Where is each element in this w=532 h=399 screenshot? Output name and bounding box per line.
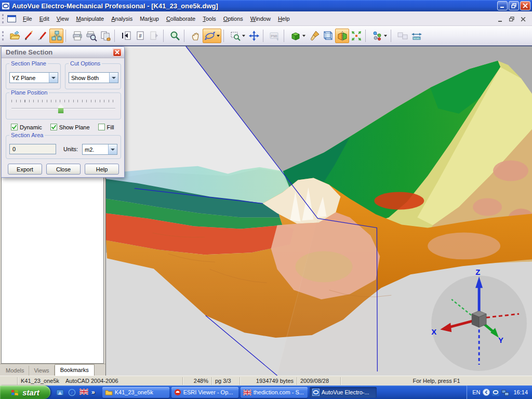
dropdown-arrow-icon[interactable] [217,35,220,37]
fit-all-button[interactable] [247,29,261,43]
toolbar-separator [114,30,118,42]
section-plane-select[interactable]: YZ Plane [9,72,58,83]
mdi-minimize-button[interactable] [497,16,504,22]
page-goto-button[interactable]: # [133,29,147,43]
checkbox-show-plane[interactable]: Show Plane [50,124,90,130]
restore-button[interactable] [509,1,519,10]
mdi-minimize-icon [498,17,503,22]
menu-file[interactable]: File [19,14,36,23]
render-mode-button[interactable] [288,29,307,43]
section-area-field[interactable]: 0 [9,144,56,154]
print-preview-button[interactable] [84,29,98,43]
open-folder-button[interactable] [7,29,21,43]
menu-markup[interactable]: Markup [136,14,163,23]
menu-items: FileEditViewManipulateAnalysisMarkupColl… [19,14,294,23]
menu-manipulate[interactable]: Manipulate [72,14,108,23]
toolbar-grip[interactable] [2,31,5,41]
uk-flag-icon[interactable] [79,389,88,396]
section-button[interactable] [335,29,349,43]
checkbox-dynamic[interactable]: Dynamic [11,124,42,130]
rotate-button[interactable] [203,29,221,43]
taskbar-button-k41-23-one5k[interactable]: K41_23_one5k [102,387,169,398]
pan-button[interactable] [189,29,203,43]
network-icon[interactable] [501,389,509,396]
zoom-button[interactable] [168,29,182,43]
export-button[interactable]: Export [8,164,42,175]
help-button[interactable]: Help [85,164,119,175]
taskbar-button-thediction-com-s[interactable]: thediction.com - S... [241,387,308,398]
dropdown-arrow-icon[interactable] [384,35,387,37]
chevron-down-icon[interactable] [108,144,117,154]
units-select[interactable]: m2. [82,144,117,155]
zoom-window-button[interactable] [228,29,247,43]
start-button[interactable]: start [0,385,50,399]
cut-options-label: Cut Options [69,60,102,66]
checked-checkbox-icon[interactable] [11,124,18,130]
mdi-close-button[interactable] [520,16,527,22]
plane-position-thumb[interactable] [58,104,64,113]
ie-icon[interactable]: e [68,389,76,396]
desktop-icon[interactable] [56,389,64,396]
dialog-titlebar[interactable]: Define Section [2,47,124,58]
menu-analysis[interactable]: Analysis [108,14,136,23]
dropdown-arrow-icon[interactable] [302,35,305,37]
taskbar-button-esri-viewer-op[interactable]: ESRI Viewer - Op... [171,387,238,398]
checked-checkbox-icon[interactable] [50,124,57,130]
chevron-down-icon[interactable] [49,73,58,83]
dialog-close-button[interactable] [113,48,122,57]
menubar-grip[interactable] [2,14,5,23]
toolbar-separator [184,30,188,42]
tab-bookmarks[interactable]: Bookmarks [55,364,95,376]
paintbrush-button[interactable] [307,29,321,43]
tab-models[interactable]: Models [1,366,29,376]
drawing-viewport[interactable]: X Y Z [105,46,532,376]
pmi-button[interactable]: PMI [268,29,282,43]
page-next-button[interactable] [147,29,161,43]
taskbar: start e » K41_23_one5kESRI Viewer - Op..… [0,385,532,399]
pan-icon [190,30,202,42]
autovue-icon[interactable] [492,389,499,396]
render-mode-icon [290,30,301,42]
page-first-button[interactable] [119,29,133,43]
chevron-down-icon[interactable] [109,73,118,83]
section-plane-group: Section Plane YZ Plane [6,63,61,89]
markup-pen-button[interactable] [21,29,35,43]
page-goto-icon: # [135,30,146,42]
entity-tree-button[interactable] [370,29,389,43]
explode-button[interactable] [349,29,363,43]
menu-collaborate[interactable]: Collaborate [163,14,199,23]
menu-window[interactable]: Window [247,14,274,23]
mdi-restore-button[interactable] [508,16,515,22]
menu-view[interactable]: View [53,14,73,23]
print-button[interactable] [70,29,84,43]
menu-options[interactable]: Options [220,14,247,23]
markup-sketch-button[interactable] [35,29,49,43]
unchecked-checkbox-icon[interactable] [98,124,105,130]
dropdown-arrow-icon[interactable] [242,35,245,37]
document-window-icon[interactable] [7,15,16,22]
menu-help[interactable]: Help [274,14,294,23]
compare-button[interactable] [395,29,409,43]
measure-button[interactable] [409,29,423,43]
taskbar-button-autovue-electro[interactable]: AutoVue Electro-... [310,387,377,398]
wireframe-button[interactable] [321,29,335,43]
markup-tree-icon [51,30,62,42]
minimize-button[interactable] [497,1,508,10]
cut-options-select[interactable]: Show Both [69,72,118,83]
axis-z-label: Z [475,268,480,276]
convert-document-button[interactable] [98,29,112,43]
tray-language-indicator[interactable]: EN [472,389,480,395]
menu-edit[interactable]: Edit [36,14,53,23]
close-button[interactable]: Close [46,164,81,175]
statusbar-size-pane: 1934749 bytes [240,377,297,385]
checkbox-fill[interactable]: Fill [98,124,114,130]
toolbar-separator [284,30,287,42]
svg-text:PMI: PMI [271,34,277,37]
quick-launch-overflow[interactable]: » [91,389,95,396]
tab-views[interactable]: Views [29,366,54,376]
markup-tree-button[interactable] [49,29,63,43]
tray-clock: 16:14 [513,389,528,395]
chevron-left-icon[interactable] [483,389,490,396]
close-button[interactable] [520,1,530,10]
menu-tools[interactable]: Tools [199,14,220,23]
